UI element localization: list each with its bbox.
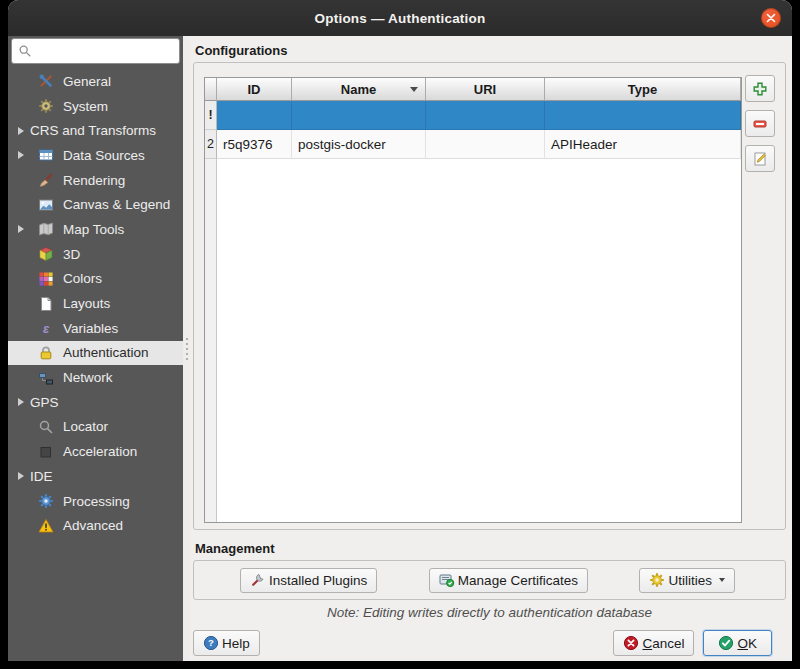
manage-certificates-button[interactable]: Manage Certificates <box>429 568 588 593</box>
cancel-button[interactable]: Cancel <box>613 630 694 656</box>
expand-arrow-icon[interactable] <box>14 472 28 480</box>
expand-arrow-icon[interactable] <box>14 127 28 135</box>
expand-arrow-icon[interactable] <box>14 151 28 159</box>
configurations-label: Configurations <box>195 44 786 58</box>
sidebar-item-ide[interactable]: IDE <box>8 464 183 489</box>
settings-nav: General <box>8 69 183 538</box>
sidebar-item-advanced[interactable]: Advanced <box>8 513 183 538</box>
help-button[interactable]: ? Help <box>193 630 260 656</box>
sidebar-item-processing[interactable]: Processing <box>8 489 183 514</box>
column-header-uri[interactable]: URI <box>426 78 545 101</box>
sidebar-item-label: Layouts <box>63 296 110 311</box>
installed-plugins-button[interactable]: Installed Plugins <box>240 568 377 593</box>
table-cell-id[interactable]: r5q9376 <box>217 130 292 159</box>
table-cell-type[interactable]: APIHeader <box>545 130 741 159</box>
svg-text:ε: ε <box>43 321 50 336</box>
sidebar-item-acceleration[interactable]: Acceleration <box>8 439 183 464</box>
epsilon-icon: ε <box>38 320 54 336</box>
search-input[interactable] <box>36 43 175 60</box>
sidebar-item-label: 3D <box>63 247 80 262</box>
remove-configuration-button[interactable] <box>745 110 775 137</box>
sidebar-item-rendering[interactable]: Rendering <box>8 168 183 193</box>
utilities-button[interactable]: Utilities <box>639 568 735 593</box>
search-icon <box>18 44 32 58</box>
sidebar-item-label: Map Tools <box>63 222 124 237</box>
config-action-buttons <box>745 75 775 172</box>
utilities-gear-icon <box>649 572 665 588</box>
authentication-panel: Configurations ID Name URI Type ! <box>190 36 792 661</box>
table-corner-cell[interactable] <box>205 78 217 101</box>
column-header-type[interactable]: Type <box>545 78 741 101</box>
dropdown-caret-icon <box>719 578 725 582</box>
system-gear-icon <box>38 98 54 114</box>
row-header-filler <box>205 159 217 522</box>
plus-icon <box>752 81 768 97</box>
sidebar-item-label: Locator <box>63 419 108 434</box>
close-icon <box>766 13 776 23</box>
table-cell-name[interactable]: postgis-docker <box>292 130 426 159</box>
management-label: Management <box>195 542 786 556</box>
column-header-name[interactable]: Name <box>292 78 426 101</box>
sidebar-item-label: Authentication <box>63 345 149 360</box>
close-button[interactable] <box>761 8 781 28</box>
sidebar-item-layouts[interactable]: Layouts <box>8 291 183 316</box>
window-title: Options — Authentication <box>315 11 486 26</box>
sidebar-item-authentication[interactable]: Authentication <box>8 341 183 366</box>
settings-sidebar: General <box>8 36 183 661</box>
sort-descending-icon <box>410 87 418 92</box>
titlebar: Options — Authentication <box>8 0 792 36</box>
sidebar-item-canvas-legend[interactable]: Canvas & Legend <box>8 192 183 217</box>
sidebar-item-label: Advanced <box>63 518 123 533</box>
table-cell-uri[interactable] <box>426 101 545 130</box>
add-configuration-button[interactable] <box>745 75 775 102</box>
network-icon <box>38 370 54 386</box>
sidebar-item-label: General <box>63 74 111 89</box>
help-icon: ? <box>203 635 219 651</box>
sidebar-item-3d[interactable]: 3D <box>8 242 183 267</box>
paintbrush-icon <box>38 172 54 188</box>
sidebar-item-gps[interactable]: GPS <box>8 390 183 415</box>
processing-gear-icon <box>38 493 54 509</box>
dialog-body: General <box>8 36 792 661</box>
pencil-icon <box>752 151 768 167</box>
svg-text:?: ? <box>208 637 214 648</box>
wrench-icon <box>250 572 266 588</box>
sidebar-item-general[interactable]: General <box>8 69 183 94</box>
table-cell-uri[interactable] <box>426 130 545 159</box>
map-icon <box>38 221 54 237</box>
sidebar-item-data-sources[interactable]: Data Sources <box>8 143 183 168</box>
color-palette-icon <box>38 271 54 287</box>
edit-configuration-button[interactable] <box>745 145 775 172</box>
sidebar-item-label: Rendering <box>63 173 125 188</box>
sidebar-item-label: CRS and Transforms <box>30 123 156 138</box>
cancel-icon <box>623 635 639 651</box>
sidebar-item-label: GPS <box>30 395 59 410</box>
table-cell-name[interactable] <box>292 101 426 130</box>
sidebar-item-locator[interactable]: Locator <box>8 415 183 440</box>
row-header[interactable]: ! <box>205 101 217 130</box>
table-cell-type[interactable] <box>545 101 741 130</box>
sidebar-item-colors[interactable]: Colors <box>8 267 183 292</box>
sidebar-item-system[interactable]: System <box>8 94 183 119</box>
ok-button[interactable]: OK <box>703 630 772 656</box>
sidebar-item-network[interactable]: Network <box>8 365 183 390</box>
warning-icon <box>38 518 54 534</box>
table-cell-id[interactable] <box>217 101 292 130</box>
tools-icon <box>38 73 54 89</box>
sidebar-item-label: Canvas & Legend <box>63 197 170 212</box>
minus-icon <box>752 116 768 132</box>
canvas-image-icon <box>38 197 54 213</box>
expand-arrow-icon[interactable] <box>14 225 28 233</box>
expand-arrow-icon[interactable] <box>14 398 28 406</box>
sidebar-item-crs-and-transforms[interactable]: CRS and Transforms <box>8 118 183 143</box>
square-icon <box>38 444 54 460</box>
sidebar-item-variables[interactable]: ε Variables <box>8 316 183 341</box>
row-header[interactable]: 2 <box>205 130 217 159</box>
lock-icon <box>38 345 54 361</box>
sidebar-item-map-tools[interactable]: Map Tools <box>8 217 183 242</box>
configurations-table: ID Name URI Type ! 2 r5q9376 <box>204 77 742 523</box>
page-layout-icon <box>38 296 54 312</box>
sidebar-splitter-handle[interactable] <box>183 36 190 661</box>
search-box <box>11 38 180 64</box>
column-header-id[interactable]: ID <box>217 78 292 101</box>
